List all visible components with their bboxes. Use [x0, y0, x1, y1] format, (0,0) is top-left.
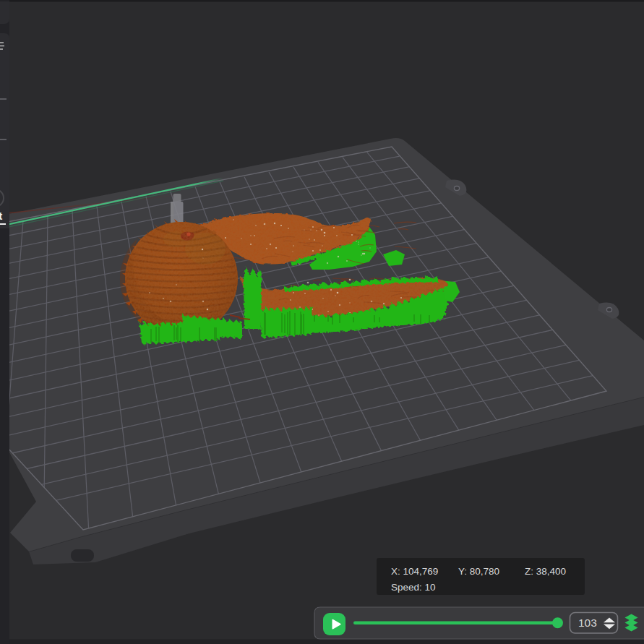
svg-text:X: 104,769: X: 104,769	[391, 566, 438, 577]
svg-text:Z: 38,400: Z: 38,400	[525, 566, 566, 577]
svg-text:Speed: 10: Speed: 10	[391, 582, 436, 593]
svg-text:nt: nt	[0, 210, 3, 222]
svg-text:103: 103	[578, 617, 597, 629]
svg-text:Y: 80,780: Y: 80,780	[458, 566, 499, 577]
